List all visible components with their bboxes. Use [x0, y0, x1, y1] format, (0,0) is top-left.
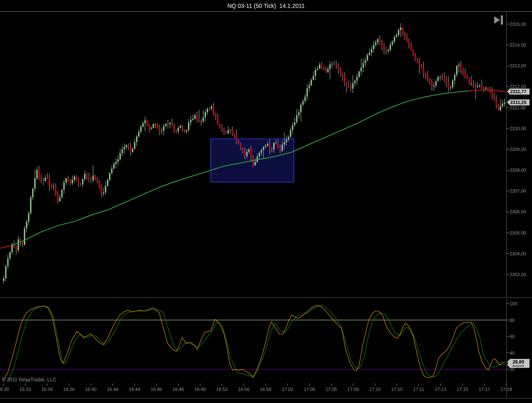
candle: [70, 181, 71, 183]
candle: [126, 145, 127, 147]
candle: [496, 99, 497, 105]
candle: [16, 246, 17, 250]
candle: [255, 162, 256, 165]
candle: [109, 173, 111, 180]
time-tick-label: 16:34: [39, 387, 55, 392]
time-tick-label: 16:36: [61, 387, 77, 392]
chart-canvas[interactable]: [0, 0, 532, 403]
candle: [136, 136, 138, 142]
candle: [122, 149, 123, 153]
time-tick-label: 16:40: [82, 387, 99, 392]
time-tick-label: 17:10: [367, 387, 383, 392]
candle: [222, 128, 223, 129]
time-tick-label: 17:13: [432, 387, 449, 392]
candle: [101, 186, 102, 193]
candle: [118, 159, 119, 162]
candle: [217, 117, 219, 124]
candle: [209, 109, 210, 109]
candle: [22, 242, 23, 245]
candle: [246, 152, 248, 156]
candle: [442, 77, 443, 77]
go-to-end-triangle: [494, 16, 500, 24]
candle: [116, 162, 117, 164]
candle: [488, 88, 489, 89]
candle: [398, 30, 399, 35]
candle: [390, 45, 391, 50]
time-tick-label: 17:17: [476, 387, 493, 392]
oscillator-tick-label: 40: [510, 350, 515, 356]
moving-average-red: [0, 245, 12, 248]
time-tick-label: 16:45: [148, 387, 165, 392]
candle: [244, 151, 246, 156]
candle: [400, 27, 401, 30]
candle: [394, 37, 395, 42]
candle: [72, 180, 73, 183]
candle: [494, 96, 495, 99]
candle: [76, 176, 77, 180]
candle: [367, 55, 368, 60]
candle: [286, 140, 287, 143]
candle: [498, 105, 499, 110]
candle: [321, 64, 323, 67]
copyright-label: © 2011 NinjaTrader, LLC: [2, 377, 57, 383]
candle: [421, 65, 422, 68]
candle: [111, 169, 113, 173]
candle: [190, 120, 192, 123]
candle: [467, 77, 468, 79]
oscillator-tick-label: 100: [510, 301, 517, 307]
candle: [55, 186, 57, 195]
candle: [143, 123, 144, 127]
candle: [296, 115, 298, 122]
candle: [188, 122, 190, 130]
candle: [28, 213, 30, 222]
candle: [147, 120, 148, 124]
candle: [303, 101, 304, 105]
candle: [492, 91, 493, 96]
candle: [74, 176, 75, 180]
candle: [201, 121, 202, 121]
candle: [328, 69, 329, 72]
candle: [62, 190, 63, 198]
oscillator-tick-label: 60: [510, 334, 515, 339]
candle: [265, 146, 266, 147]
candle: [26, 222, 27, 228]
candle: [199, 119, 200, 121]
time-tick-label: 16:30: [0, 387, 12, 392]
candle: [124, 147, 125, 150]
time-tick-label: 16:44: [126, 387, 143, 392]
candle: [290, 130, 291, 137]
candle: [105, 186, 106, 192]
candle: [423, 68, 424, 74]
candle: [82, 179, 84, 185]
go-to-end-bar: [501, 15, 503, 25]
candle: [325, 69, 327, 72]
candle: [273, 143, 275, 150]
candle: [167, 124, 169, 124]
candle: [336, 64, 337, 64]
candle: [456, 66, 458, 74]
candle: [429, 79, 431, 82]
candle: [197, 115, 198, 120]
candle: [458, 65, 460, 66]
time-tick-label: 16:52: [214, 387, 230, 392]
candle: [276, 143, 277, 143]
candle: [477, 86, 478, 87]
time-tick-label: 17:10: [389, 387, 405, 392]
candle: [450, 87, 451, 88]
candle: [89, 177, 90, 180]
candle: [323, 67, 325, 69]
candle: [30, 197, 32, 213]
candle: [59, 198, 61, 201]
price-tick-label: 2304,00: [510, 251, 526, 257]
candle: [377, 39, 379, 42]
price-tick-label: 2307,00: [510, 188, 526, 194]
price-tick-label: 2313,00: [510, 63, 526, 69]
candle: [103, 193, 104, 194]
candle: [502, 104, 503, 106]
candle: [475, 86, 476, 87]
candle: [24, 228, 25, 245]
candle: [309, 85, 310, 88]
go-to-end-icon[interactable]: [494, 15, 505, 25]
candle: [271, 148, 273, 149]
candle: [170, 123, 171, 124]
